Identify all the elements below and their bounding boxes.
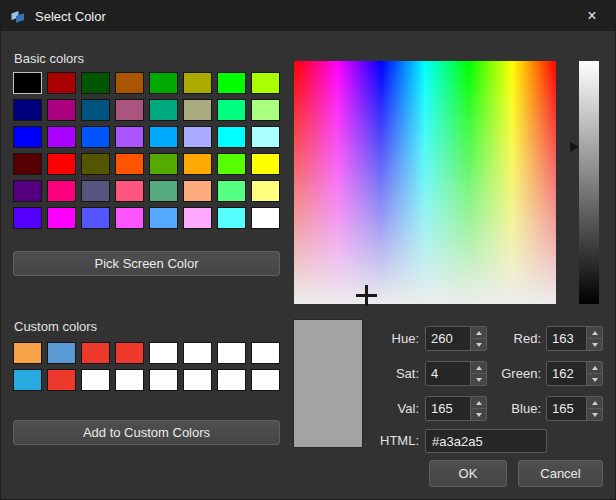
hue-sat-picker[interactable] [294, 61, 556, 304]
color-swatch[interactable] [183, 207, 212, 229]
color-swatch[interactable] [149, 153, 178, 175]
color-swatch[interactable] [217, 342, 246, 364]
val-input[interactable] [426, 397, 470, 420]
value-slider-arrow[interactable] [570, 142, 579, 152]
color-swatch[interactable] [251, 153, 280, 175]
color-swatch[interactable] [81, 207, 110, 229]
color-swatch[interactable] [115, 180, 144, 202]
color-swatch[interactable] [47, 342, 76, 364]
color-swatch[interactable] [217, 207, 246, 229]
color-swatch[interactable] [217, 126, 246, 148]
color-swatch[interactable] [149, 207, 178, 229]
color-swatch[interactable] [47, 153, 76, 175]
blue-input[interactable] [547, 397, 586, 420]
color-swatch[interactable] [217, 180, 246, 202]
color-swatch[interactable] [115, 126, 144, 148]
color-swatch[interactable] [251, 342, 280, 364]
color-swatch[interactable] [251, 72, 280, 94]
color-swatch[interactable] [115, 369, 144, 391]
red-spinbox [546, 326, 603, 351]
color-swatch[interactable] [81, 72, 110, 94]
custom-colors-label: Custom colors [14, 319, 97, 334]
custom-colors-grid [13, 342, 280, 391]
color-swatch[interactable] [115, 342, 144, 364]
color-swatch[interactable] [149, 126, 178, 148]
color-swatch[interactable] [13, 153, 42, 175]
color-swatch[interactable] [13, 126, 42, 148]
color-swatch[interactable] [183, 369, 212, 391]
pick-screen-color-button[interactable]: Pick Screen Color [13, 251, 280, 276]
sat-input[interactable] [426, 362, 470, 385]
crosshair-vertical-bar [365, 285, 368, 306]
color-swatch[interactable] [149, 369, 178, 391]
value-slider[interactable] [570, 61, 600, 304]
close-button[interactable]: × [569, 1, 615, 31]
color-swatch[interactable] [183, 342, 212, 364]
hue-spin-down-button[interactable] [471, 338, 486, 350]
color-swatch[interactable] [13, 342, 42, 364]
green-spin-down-button[interactable] [587, 373, 602, 385]
color-swatch[interactable] [13, 99, 42, 121]
red-spin-up-button[interactable] [587, 327, 602, 338]
color-swatch[interactable] [13, 72, 42, 94]
color-swatch[interactable] [251, 369, 280, 391]
color-swatch[interactable] [47, 207, 76, 229]
color-swatch[interactable] [115, 99, 144, 121]
color-swatch[interactable] [47, 72, 76, 94]
add-custom-colors-button[interactable]: Add to Custom Colors [13, 420, 280, 445]
window-title: Select Color [35, 9, 106, 24]
color-swatch[interactable] [183, 180, 212, 202]
hue-spinbox [425, 326, 487, 351]
red-input[interactable] [547, 327, 586, 350]
color-swatch[interactable] [217, 153, 246, 175]
color-swatch[interactable] [183, 72, 212, 94]
color-swatch[interactable] [251, 99, 280, 121]
color-swatch[interactable] [13, 369, 42, 391]
color-swatch[interactable] [47, 369, 76, 391]
color-swatch[interactable] [149, 180, 178, 202]
spin-up-icon [592, 401, 598, 405]
color-swatch[interactable] [149, 342, 178, 364]
color-swatch[interactable] [217, 369, 246, 391]
color-swatch[interactable] [81, 180, 110, 202]
color-swatch[interactable] [47, 180, 76, 202]
hue-spin-up-button[interactable] [471, 327, 486, 338]
color-swatch[interactable] [251, 126, 280, 148]
hue-input[interactable] [426, 327, 470, 350]
color-swatch[interactable] [47, 99, 76, 121]
color-swatch[interactable] [251, 207, 280, 229]
color-swatch[interactable] [81, 99, 110, 121]
color-swatch[interactable] [217, 72, 246, 94]
color-swatch[interactable] [81, 369, 110, 391]
color-swatch[interactable] [13, 180, 42, 202]
color-swatch[interactable] [251, 180, 280, 202]
color-swatch[interactable] [183, 153, 212, 175]
sat-spin-up-button[interactable] [471, 362, 486, 373]
color-swatch[interactable] [149, 72, 178, 94]
color-swatch[interactable] [13, 207, 42, 229]
color-swatch[interactable] [183, 126, 212, 148]
value-slider-bar[interactable] [579, 61, 599, 304]
green-input[interactable] [547, 362, 586, 385]
html-input[interactable] [425, 429, 547, 453]
color-swatch[interactable] [149, 99, 178, 121]
color-swatch[interactable] [115, 153, 144, 175]
cancel-button[interactable]: Cancel [518, 460, 603, 487]
color-swatch[interactable] [81, 342, 110, 364]
color-swatch[interactable] [115, 207, 144, 229]
green-spin-up-button[interactable] [587, 362, 602, 373]
color-swatch[interactable] [183, 99, 212, 121]
sat-spin-down-button[interactable] [471, 373, 486, 385]
color-swatch[interactable] [81, 126, 110, 148]
color-swatch[interactable] [81, 153, 110, 175]
blue-spin-down-button[interactable] [587, 408, 602, 420]
red-spin-down-button[interactable] [587, 338, 602, 350]
color-swatch[interactable] [47, 126, 76, 148]
blue-spin-up-button[interactable] [587, 397, 602, 408]
red-spin-buttons [586, 327, 602, 350]
color-swatch[interactable] [115, 72, 144, 94]
val-spin-down-button[interactable] [471, 408, 486, 420]
ok-button[interactable]: OK [429, 460, 507, 487]
val-spin-up-button[interactable] [471, 397, 486, 408]
color-swatch[interactable] [217, 99, 246, 121]
